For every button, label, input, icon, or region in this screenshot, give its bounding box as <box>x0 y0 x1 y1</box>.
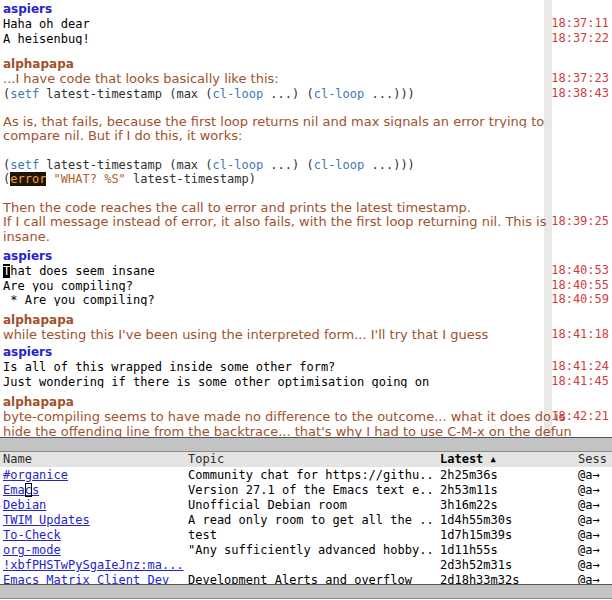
message-text: If I call message instead of error, it a… <box>3 214 547 228</box>
message-line: Then the code reaches the call to error … <box>0 200 612 214</box>
error-highlight: error <box>10 172 46 185</box>
message-group: aspiersThat does seem insane18:40:53Are … <box>0 249 612 306</box>
room-session: @a→ <box>578 543 600 557</box>
room-row[interactable]: EmacsVersion 27.1 of the Emacs text e..2… <box>0 483 612 498</box>
room-row[interactable]: DebianUnofficial Debian room3h16m22s@a→ <box>0 498 612 513</box>
code-string: "WHAT? %S" <box>54 172 126 185</box>
room-row[interactable]: To-Checktest1d7h15m39s@a→ <box>0 528 612 543</box>
room-session: @a→ <box>578 498 600 512</box>
message-group: alphapapawhile testing this I've been us… <box>0 313 612 342</box>
room-name-link[interactable]: org-mode <box>3 543 61 557</box>
sender-name[interactable]: alphapapa <box>3 395 74 409</box>
code-keyword: setf <box>10 87 39 100</box>
room-row[interactable]: TWIM UpdatesA read only room to get all … <box>0 513 612 528</box>
room-latest-time: 2d18h33m32s <box>440 573 519 584</box>
message-line: Are you compiling?18:40:55 <box>0 278 612 292</box>
message-text: * Are you compiling? <box>3 293 155 306</box>
mode-line-room-list: U:%%-*Ement Rooms*13% L7(Ement room list… <box>0 584 612 599</box>
message-group: aspiersHaha oh dear18:37:11A heisenbug!1… <box>0 2 612 45</box>
message-text: ...I have code that looks basically like… <box>3 71 279 85</box>
room-name-link[interactable]: Emacs Matrix Client Dev <box>3 573 169 584</box>
message-timestamp: 18:39:25 <box>551 214 609 228</box>
code-keyword: cl-loop <box>213 87 264 100</box>
message-line: As is, that fails, because the first loo… <box>0 114 612 128</box>
code-default: ...) ( <box>263 87 314 100</box>
sort-ascending-icon: ▲ <box>491 454 496 464</box>
code-keyword: cl-loop <box>314 158 365 171</box>
room-session: @a→ <box>578 558 600 572</box>
message-text: Then the code reaches the call to error … <box>3 200 471 214</box>
message-timestamp: 18:37:11 <box>551 16 609 30</box>
room-latest-time: 2h53m11s <box>440 483 498 497</box>
code-keyword: cl-loop <box>314 87 365 100</box>
message-line: byte-compiling seems to have made no dif… <box>0 409 612 423</box>
room-name-link[interactable]: #organice <box>3 468 68 482</box>
code-default: ...))) <box>364 87 415 100</box>
code-keyword: setf <box>10 158 39 171</box>
code-text: (setf latest-timestamp (max (cl-loop ...… <box>3 158 415 171</box>
message-timestamp: 18:38:43 <box>551 86 609 100</box>
room-row[interactable]: org-mode"Any sufficiently advanced hobby… <box>0 543 612 558</box>
column-header-latest[interactable]: Latest ▲ <box>440 452 496 467</box>
message-line: ...I have code that looks basically like… <box>0 71 612 85</box>
room-name-link[interactable]: TWIM Updates <box>3 513 90 527</box>
sender-name[interactable]: aspiers <box>3 345 52 359</box>
message-line: If I call message instead of error, it a… <box>0 214 612 228</box>
message-timestamp: 18:41:18 <box>551 327 609 341</box>
room-name-link[interactable]: To-Check <box>3 528 61 542</box>
room-latest-time: 2h25m36s <box>440 468 498 482</box>
message-text: while testing this I've been using the i… <box>3 327 488 341</box>
message-line: while testing this I've been using the i… <box>0 327 612 341</box>
room-session: @a→ <box>578 468 600 482</box>
room-topic: test <box>188 528 217 542</box>
sender-header: aspiers <box>0 249 612 263</box>
code-default: latest-timestamp) <box>126 172 256 185</box>
room-topic: "Any sufficiently advanced hobby.. <box>188 543 434 557</box>
room-name-link[interactable]: Emacs <box>3 483 39 497</box>
room-session: @a→ <box>578 573 600 584</box>
room-topic: Community chat for https://githu.. <box>188 468 434 482</box>
message-text: byte-compiling seems to have made no dif… <box>3 409 565 423</box>
message-line: That does seem insane18:40:53 <box>0 263 612 277</box>
sender-name[interactable]: aspiers <box>3 2 52 16</box>
room-topic: Unofficial Debian room <box>188 498 347 512</box>
message-timestamp: 18:40:55 <box>551 278 609 292</box>
message-line: * Are you compiling?18:40:59 <box>0 292 612 306</box>
message-group: alphapapabyte-compiling seems to have ma… <box>0 395 612 437</box>
room-row[interactable]: Emacs Matrix Client DevDevelopment Alert… <box>0 573 612 584</box>
message-text: As is, that fails, because the first loo… <box>3 114 544 128</box>
message-line: compare nil. But if I do this, it works: <box>0 128 612 142</box>
message-line: hide the offending line from the backtra… <box>0 424 612 437</box>
room-row[interactable]: !xbfPHSTwPySgaIeJnz:ma...2d3h52m31s@a→ <box>0 558 612 573</box>
sender-header: aspiers <box>0 345 612 359</box>
message-line: Is all of this wrapped inside some other… <box>0 359 612 373</box>
message-line <box>0 186 612 200</box>
message-text: hide the offending line from the backtra… <box>3 424 572 437</box>
sender-name[interactable]: alphapapa <box>3 57 74 71</box>
code-text: (error "WHAT? %S" latest-timestamp) <box>3 172 256 185</box>
room-topic: A read only room to get all the .. <box>188 513 434 527</box>
room-session: @a→ <box>578 483 600 497</box>
column-header-name[interactable]: Name <box>3 452 32 467</box>
room-latest-time: 3h16m22s <box>440 498 498 512</box>
message-line: insane. <box>0 229 612 243</box>
message-text: Is all of this wrapped inside some other… <box>3 360 335 373</box>
room-session: @a→ <box>578 528 600 542</box>
room-name-link[interactable]: !xbfPHSTwPySgaIeJnz:ma... <box>3 558 184 572</box>
sender-name[interactable]: alphapapa <box>3 313 74 327</box>
room-name-link[interactable]: Debian <box>3 498 46 512</box>
header-line: Name Topic Latest ▲ Sess <box>0 452 612 467</box>
message-text: Just wondering if there is some other op… <box>3 375 429 388</box>
column-header-topic[interactable]: Topic <box>188 452 224 467</box>
message-line: Haha oh dear18:37:11 <box>0 16 612 30</box>
message-line: A heisenbug!18:37:22 <box>0 31 612 45</box>
room-latest-time: 1d7h15m39s <box>440 528 512 542</box>
room-row[interactable]: #organiceCommunity chat for https://gith… <box>0 468 612 483</box>
sender-header: alphapapa <box>0 395 612 409</box>
message-timestamp: 18:41:24 <box>551 359 609 373</box>
sender-name[interactable]: aspiers <box>3 249 52 263</box>
column-header-session[interactable]: Sess <box>578 452 607 467</box>
room-topic: Development Alerts and overflow <box>188 573 412 584</box>
message-text: Haha oh dear <box>3 17 90 30</box>
message-line: Just wondering if there is some other op… <box>0 374 612 388</box>
